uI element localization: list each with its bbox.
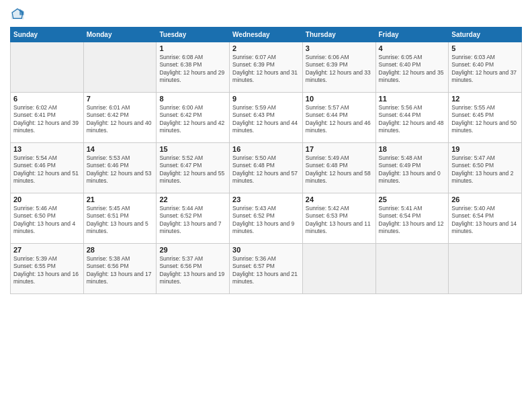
calendar-cell: 14Sunrise: 5:53 AM Sunset: 6:46 PM Dayli… <box>83 143 157 193</box>
day-number: 22 <box>159 195 226 203</box>
day-info: Sunrise: 6:06 AM Sunset: 6:39 PM Dayligh… <box>306 54 373 85</box>
calendar-cell: 27Sunrise: 5:39 AM Sunset: 6:55 PM Dayli… <box>11 244 84 294</box>
day-info: Sunrise: 5:39 AM Sunset: 6:55 PM Dayligh… <box>13 255 81 286</box>
day-info: Sunrise: 5:50 AM Sunset: 6:48 PM Dayligh… <box>232 154 300 185</box>
day-number: 14 <box>87 145 154 153</box>
day-number: 20 <box>13 195 81 203</box>
calendar-cell: 17Sunrise: 5:49 AM Sunset: 6:48 PM Dayli… <box>302 143 375 193</box>
day-info: Sunrise: 5:46 AM Sunset: 6:50 PM Dayligh… <box>13 205 81 236</box>
day-number: 26 <box>451 195 519 203</box>
day-info: Sunrise: 5:44 AM Sunset: 6:52 PM Dayligh… <box>159 205 226 236</box>
week-row-1: 1Sunrise: 6:08 AM Sunset: 6:38 PM Daylig… <box>11 42 522 93</box>
day-info: Sunrise: 5:36 AM Sunset: 6:57 PM Dayligh… <box>232 255 300 286</box>
calendar-cell <box>11 42 84 93</box>
calendar-cell: 21Sunrise: 5:45 AM Sunset: 6:51 PM Dayli… <box>83 193 157 244</box>
calendar-cell: 29Sunrise: 5:37 AM Sunset: 6:56 PM Dayli… <box>157 244 230 294</box>
week-row-4: 20Sunrise: 5:46 AM Sunset: 6:50 PM Dayli… <box>11 193 522 244</box>
day-info: Sunrise: 6:08 AM Sunset: 6:38 PM Dayligh… <box>159 54 226 85</box>
calendar-table: SundayMondayTuesdayWednesdayThursdayFrid… <box>10 27 522 294</box>
week-row-5: 27Sunrise: 5:39 AM Sunset: 6:55 PM Dayli… <box>11 244 522 294</box>
day-number: 19 <box>451 145 519 153</box>
day-number: 11 <box>379 95 446 103</box>
day-number: 16 <box>232 145 300 153</box>
calendar-cell: 9Sunrise: 5:59 AM Sunset: 6:43 PM Daylig… <box>230 93 303 143</box>
day-number: 29 <box>159 246 226 254</box>
calendar-cell: 8Sunrise: 6:00 AM Sunset: 6:42 PM Daylig… <box>157 93 230 143</box>
day-number: 3 <box>306 44 373 52</box>
weekday-saturday: Saturday <box>449 28 522 42</box>
day-info: Sunrise: 5:37 AM Sunset: 6:56 PM Dayligh… <box>159 255 226 286</box>
day-info: Sunrise: 5:53 AM Sunset: 6:46 PM Dayligh… <box>87 154 154 185</box>
day-number: 7 <box>87 95 154 103</box>
weekday-thursday: Thursday <box>302 28 375 42</box>
weekday-tuesday: Tuesday <box>157 28 230 42</box>
calendar-cell: 13Sunrise: 5:54 AM Sunset: 6:46 PM Dayli… <box>11 143 84 193</box>
calendar-cell: 30Sunrise: 5:36 AM Sunset: 6:57 PM Dayli… <box>230 244 303 294</box>
day-number: 28 <box>87 246 154 254</box>
calendar-cell: 4Sunrise: 6:05 AM Sunset: 6:40 PM Daylig… <box>375 42 449 93</box>
calendar-cell: 10Sunrise: 5:57 AM Sunset: 6:44 PM Dayli… <box>302 93 375 143</box>
weekday-friday: Friday <box>375 28 449 42</box>
day-info: Sunrise: 6:00 AM Sunset: 6:42 PM Dayligh… <box>159 104 226 135</box>
svg-marker-2 <box>19 9 24 15</box>
calendar-cell: 16Sunrise: 5:50 AM Sunset: 6:48 PM Dayli… <box>230 143 303 193</box>
calendar-cell: 2Sunrise: 6:07 AM Sunset: 6:39 PM Daylig… <box>230 42 303 93</box>
calendar-cell: 19Sunrise: 5:47 AM Sunset: 6:50 PM Dayli… <box>449 143 522 193</box>
calendar-cell <box>302 244 375 294</box>
weekday-sunday: Sunday <box>11 28 84 42</box>
day-info: Sunrise: 5:43 AM Sunset: 6:52 PM Dayligh… <box>232 205 300 236</box>
day-info: Sunrise: 5:42 AM Sunset: 6:53 PM Dayligh… <box>306 205 373 236</box>
day-info: Sunrise: 5:48 AM Sunset: 6:49 PM Dayligh… <box>379 154 446 185</box>
day-info: Sunrise: 5:40 AM Sunset: 6:54 PM Dayligh… <box>451 205 519 236</box>
day-number: 23 <box>232 195 300 203</box>
day-number: 25 <box>379 195 446 203</box>
day-number: 17 <box>306 145 373 153</box>
calendar-cell: 5Sunrise: 6:03 AM Sunset: 6:40 PM Daylig… <box>449 42 522 93</box>
day-info: Sunrise: 5:38 AM Sunset: 6:56 PM Dayligh… <box>87 255 154 286</box>
logo-icon <box>10 7 25 21</box>
calendar-cell: 20Sunrise: 5:46 AM Sunset: 6:50 PM Dayli… <box>11 193 84 244</box>
logo <box>10 7 28 21</box>
calendar-cell: 12Sunrise: 5:55 AM Sunset: 6:45 PM Dayli… <box>449 93 522 143</box>
calendar-cell <box>83 42 157 93</box>
day-number: 24 <box>306 195 373 203</box>
header <box>10 7 522 21</box>
weekday-monday: Monday <box>83 28 157 42</box>
calendar-cell: 3Sunrise: 6:06 AM Sunset: 6:39 PM Daylig… <box>302 42 375 93</box>
calendar-cell: 6Sunrise: 6:02 AM Sunset: 6:41 PM Daylig… <box>11 93 84 143</box>
day-number: 2 <box>232 44 300 52</box>
week-row-2: 6Sunrise: 6:02 AM Sunset: 6:41 PM Daylig… <box>11 93 522 143</box>
day-info: Sunrise: 5:49 AM Sunset: 6:48 PM Dayligh… <box>306 154 373 185</box>
day-number: 1 <box>159 44 226 52</box>
calendar-cell: 11Sunrise: 5:56 AM Sunset: 6:44 PM Dayli… <box>375 93 449 143</box>
day-info: Sunrise: 6:01 AM Sunset: 6:42 PM Dayligh… <box>87 104 154 135</box>
day-info: Sunrise: 5:52 AM Sunset: 6:47 PM Dayligh… <box>159 154 226 185</box>
day-number: 21 <box>87 195 154 203</box>
day-number: 8 <box>159 95 226 103</box>
day-info: Sunrise: 5:56 AM Sunset: 6:44 PM Dayligh… <box>379 104 446 135</box>
day-info: Sunrise: 6:02 AM Sunset: 6:41 PM Dayligh… <box>13 104 81 135</box>
calendar-cell: 26Sunrise: 5:40 AM Sunset: 6:54 PM Dayli… <box>449 193 522 244</box>
day-info: Sunrise: 6:03 AM Sunset: 6:40 PM Dayligh… <box>451 54 519 85</box>
calendar-cell: 7Sunrise: 6:01 AM Sunset: 6:42 PM Daylig… <box>83 93 157 143</box>
day-number: 4 <box>379 44 446 52</box>
calendar-cell: 25Sunrise: 5:41 AM Sunset: 6:54 PM Dayli… <box>375 193 449 244</box>
day-info: Sunrise: 5:47 AM Sunset: 6:50 PM Dayligh… <box>451 154 519 185</box>
day-number: 27 <box>13 246 81 254</box>
calendar-cell: 18Sunrise: 5:48 AM Sunset: 6:49 PM Dayli… <box>375 143 449 193</box>
calendar-cell: 15Sunrise: 5:52 AM Sunset: 6:47 PM Dayli… <box>157 143 230 193</box>
day-info: Sunrise: 5:45 AM Sunset: 6:51 PM Dayligh… <box>87 205 154 236</box>
calendar-cell <box>375 244 449 294</box>
calendar-cell: 28Sunrise: 5:38 AM Sunset: 6:56 PM Dayli… <box>83 244 157 294</box>
day-number: 6 <box>13 95 81 103</box>
day-number: 5 <box>451 44 519 52</box>
calendar-cell <box>449 244 522 294</box>
day-info: Sunrise: 5:41 AM Sunset: 6:54 PM Dayligh… <box>379 205 446 236</box>
calendar-cell: 24Sunrise: 5:42 AM Sunset: 6:53 PM Dayli… <box>302 193 375 244</box>
day-info: Sunrise: 5:55 AM Sunset: 6:45 PM Dayligh… <box>451 104 519 135</box>
day-number: 12 <box>451 95 519 103</box>
day-info: Sunrise: 5:57 AM Sunset: 6:44 PM Dayligh… <box>306 104 373 135</box>
weekday-header-row: SundayMondayTuesdayWednesdayThursdayFrid… <box>11 28 522 42</box>
day-info: Sunrise: 5:54 AM Sunset: 6:46 PM Dayligh… <box>13 154 81 185</box>
calendar-cell: 22Sunrise: 5:44 AM Sunset: 6:52 PM Dayli… <box>157 193 230 244</box>
